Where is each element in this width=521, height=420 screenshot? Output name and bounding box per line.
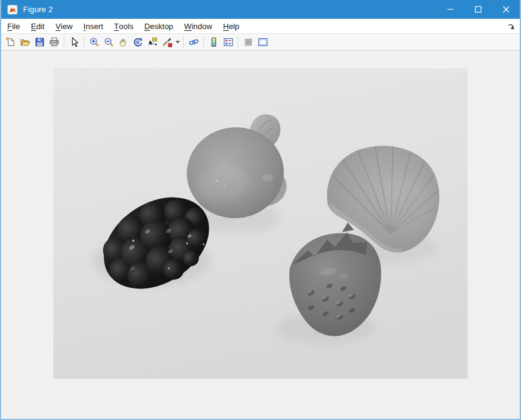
dock-figure-arrow-icon[interactable]: [507, 22, 515, 30]
matlab-logo-icon: [7, 5, 18, 15]
brush-dropdown-button[interactable]: [174, 35, 181, 50]
titlebar[interactable]: Figure 2: [1, 0, 520, 19]
maximize-button[interactable]: [464, 0, 492, 19]
menu-view[interactable]: View: [50, 19, 78, 33]
brush-data-icon: [162, 37, 172, 47]
menu-file[interactable]: File: [2, 19, 25, 33]
close-icon: [503, 6, 509, 13]
figure-image: [53, 68, 468, 379]
rotate-3d-icon: [133, 37, 143, 47]
new-figure-button[interactable]: [3, 35, 18, 50]
toolbar-separator: [203, 36, 204, 48]
menu-help[interactable]: Help: [218, 19, 245, 33]
zoom-in-icon: [89, 37, 99, 47]
menu-window[interactable]: Window: [179, 19, 218, 33]
window-title: Figure 2: [23, 5, 53, 14]
link-plot-icon: [189, 37, 199, 47]
show-plot-tools-icon: [258, 37, 268, 47]
menu-tools[interactable]: Tools: [109, 19, 139, 33]
show-plot-tools-button[interactable]: [255, 35, 270, 50]
pan-hand-icon: [118, 37, 129, 47]
zoom-out-icon: [104, 37, 114, 47]
menu-insert[interactable]: Insert: [78, 19, 109, 33]
link-plot-button[interactable]: [186, 35, 201, 50]
zoom-in-button[interactable]: [87, 35, 101, 50]
print-figure-icon: [49, 37, 59, 47]
toolbar-separator: [238, 36, 238, 48]
new-figure-icon: [5, 37, 16, 47]
insert-legend-icon: [223, 37, 234, 47]
insert-colorbar-icon: [209, 37, 219, 47]
print-figure-button[interactable]: [47, 35, 61, 50]
rotate-3d-button[interactable]: [130, 35, 145, 50]
zoom-out-button[interactable]: [101, 35, 116, 50]
open-file-icon: [20, 37, 30, 47]
save-figure-button[interactable]: [32, 35, 47, 50]
data-cursor-icon: [147, 37, 158, 47]
toolbar-separator: [84, 36, 84, 48]
pan-button[interactable]: [116, 35, 130, 50]
figure-canvas[interactable]: [1, 51, 520, 419]
edit-plot-button[interactable]: [67, 35, 81, 50]
figure-toolbar: [1, 34, 520, 51]
figure-window: Figure 2 File Edit View Insert Tools Des…: [0, 0, 521, 420]
data-cursor-button[interactable]: [145, 35, 160, 50]
close-button[interactable]: [492, 0, 520, 19]
insert-colorbar-button[interactable]: [206, 35, 221, 50]
insert-legend-button[interactable]: [221, 35, 235, 50]
minimize-button[interactable]: [436, 0, 464, 19]
chevron-down-icon: [175, 41, 180, 44]
open-file-button[interactable]: [18, 35, 32, 50]
toolbar-separator: [64, 36, 64, 48]
toolbar-separator: [183, 36, 184, 48]
menu-desktop[interactable]: Desktop: [139, 19, 179, 33]
save-figure-icon: [35, 37, 45, 47]
menu-edit[interactable]: Edit: [25, 19, 50, 33]
hide-plot-tools-button: [241, 35, 255, 50]
brush-data-button[interactable]: [160, 35, 174, 50]
hide-plot-tools-icon: [243, 37, 254, 47]
minimize-icon: [447, 6, 454, 13]
menubar: File Edit View Insert Tools Desktop Wind…: [1, 19, 520, 34]
edit-plot-arrow-icon: [69, 37, 79, 47]
maximize-icon: [475, 6, 482, 13]
